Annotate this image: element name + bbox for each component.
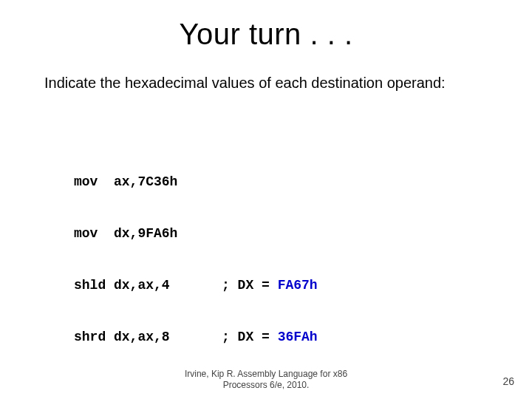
- code-line: shld dx,ax,4 ; DX = FA67h: [74, 277, 318, 294]
- footer-line: Processors 6/e, 2010.: [0, 380, 532, 390]
- code-line: mov dx,9FA6h: [74, 225, 318, 242]
- footer-citation: Irvine, Kip R. Assembly Language for x86…: [0, 369, 532, 390]
- comment-prefix: ; DX =: [222, 330, 278, 344]
- answer-value: FA67h: [278, 278, 318, 293]
- code-comment: ; DX = 36FAh: [222, 329, 318, 346]
- footer-line: Irvine, Kip R. Assembly Language for x86: [0, 369, 532, 379]
- code-instruction: shld dx,ax,4: [74, 277, 222, 294]
- code-line: mov ax,7C36h: [74, 174, 318, 191]
- code-block: mov ax,7C36h mov dx,9FA6h shld dx,ax,4 ;…: [74, 139, 318, 381]
- code-instruction: mov ax,7C36h: [74, 174, 222, 191]
- comment-prefix: ; DX =: [222, 278, 278, 293]
- prompt-text: Indicate the hexadecimal values of each …: [44, 74, 488, 92]
- page-number: 26: [502, 375, 514, 387]
- code-instruction: shrd dx,ax,8: [74, 329, 222, 346]
- code-comment: ; DX = FA67h: [222, 277, 318, 294]
- slide-title: Your turn . . .: [0, 18, 532, 51]
- code-line: shrd dx,ax,8 ; DX = 36FAh: [74, 329, 318, 346]
- answer-value: 36FAh: [278, 330, 318, 344]
- slide: Your turn . . . Indicate the hexadecimal…: [0, 0, 532, 399]
- code-instruction: mov dx,9FA6h: [74, 225, 222, 242]
